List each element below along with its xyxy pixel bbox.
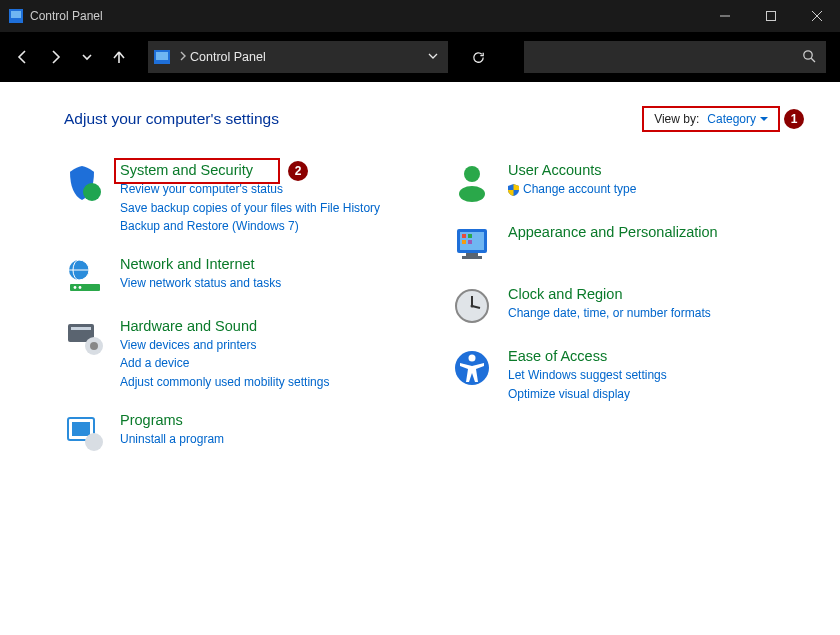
titlebar: Control Panel [0,0,840,32]
svg-point-10 [83,183,101,201]
category-link[interactable]: Backup and Restore (Windows 7) [120,217,380,236]
view-by-value[interactable]: Category [707,112,768,126]
address-dropdown-button[interactable] [428,50,438,64]
svg-point-23 [459,186,485,202]
category-link[interactable]: Change account type [508,180,636,199]
breadcrumb-item[interactable]: Control Panel [190,50,266,64]
maximize-button[interactable] [748,0,794,32]
search-icon [802,49,816,66]
clock-icon [452,286,494,328]
accessibility-icon [452,348,494,390]
category-link[interactable]: Change date, time, or number formats [508,304,711,323]
category-link[interactable]: Uninstall a program [120,430,224,449]
back-button[interactable] [14,48,32,66]
category-title[interactable]: Network and Internet [120,256,281,272]
programs-icon [64,412,106,454]
svg-point-13 [74,286,77,289]
minimize-button[interactable] [702,0,748,32]
app-icon [8,8,24,24]
address-bar[interactable]: Control Panel [148,41,448,73]
toolbar: Control Panel [0,32,840,82]
category-link[interactable]: Let Windows suggest settings [508,366,667,385]
svg-rect-3 [767,12,776,21]
svg-rect-31 [462,256,482,259]
category-link[interactable]: Optimize visual display [508,385,667,404]
svg-point-8 [804,50,812,58]
svg-rect-26 [462,234,466,238]
content-area: Adjust your computer's settings View by:… [0,82,840,635]
category-title[interactable]: Clock and Region [508,286,711,302]
category-title[interactable]: Programs [120,412,224,428]
svg-point-14 [79,286,82,289]
refresh-button[interactable] [462,41,494,73]
category-appearance: Appearance and Personalization [452,224,780,266]
category-title[interactable]: User Accounts [508,162,636,178]
right-column: User Accounts Change account type Appear… [452,162,780,474]
svg-point-37 [469,355,476,362]
category-link[interactable]: Add a device [120,354,329,373]
svg-rect-29 [468,240,472,244]
view-by-selector[interactable]: View by: Category 1 [642,106,780,132]
appearance-icon [452,224,494,266]
svg-rect-30 [466,253,478,256]
svg-rect-20 [72,422,90,436]
category-title[interactable]: Hardware and Sound [120,318,329,334]
hardware-icon [64,318,106,360]
annotation-highlight-2 [114,158,280,184]
category-link[interactable]: View network status and tasks [120,274,281,293]
control-panel-icon [148,41,176,73]
svg-rect-1 [11,11,21,18]
svg-point-35 [471,305,474,308]
page-title: Adjust your computer's settings [64,110,279,128]
svg-rect-28 [462,240,466,244]
category-link[interactable]: Adjust commonly used mobility settings [120,373,329,392]
svg-point-18 [90,342,98,350]
recent-locations-button[interactable] [78,48,96,66]
category-link[interactable]: View devices and printers [120,336,329,355]
annotation-marker-1: 1 [784,109,804,129]
annotation-marker-2: 2 [288,161,308,181]
category-title[interactable]: Appearance and Personalization [508,224,718,240]
category-ease-of-access: Ease of Access Let Windows suggest setti… [452,348,780,403]
category-system-security: 2 System and Security Review your comput… [64,162,392,236]
category-hardware-sound: Hardware and Sound View devices and prin… [64,318,392,392]
svg-rect-7 [156,52,168,60]
svg-rect-16 [71,327,91,330]
breadcrumb-separator[interactable] [176,50,190,64]
category-user-accounts: User Accounts Change account type [452,162,780,204]
category-clock-region: Clock and Region Change date, time, or n… [452,286,780,328]
close-button[interactable] [794,0,840,32]
chevron-down-icon [760,115,768,123]
svg-point-22 [464,166,480,182]
left-column: 2 System and Security Review your comput… [64,162,392,474]
user-accounts-icon [452,162,494,204]
svg-point-21 [85,433,103,451]
category-title[interactable]: Ease of Access [508,348,667,364]
network-icon [64,256,106,298]
svg-line-9 [811,58,815,62]
forward-button[interactable] [46,48,64,66]
svg-rect-27 [468,234,472,238]
category-programs: Programs Uninstall a program [64,412,392,454]
search-input[interactable] [524,41,826,73]
system-security-icon [64,162,106,204]
category-network-internet: Network and Internet View network status… [64,256,392,298]
window-title: Control Panel [30,9,103,23]
category-link[interactable]: Save backup copies of your files with Fi… [120,199,380,218]
up-button[interactable] [110,48,128,66]
uac-shield-icon [508,183,519,195]
view-by-label: View by: [654,112,699,126]
